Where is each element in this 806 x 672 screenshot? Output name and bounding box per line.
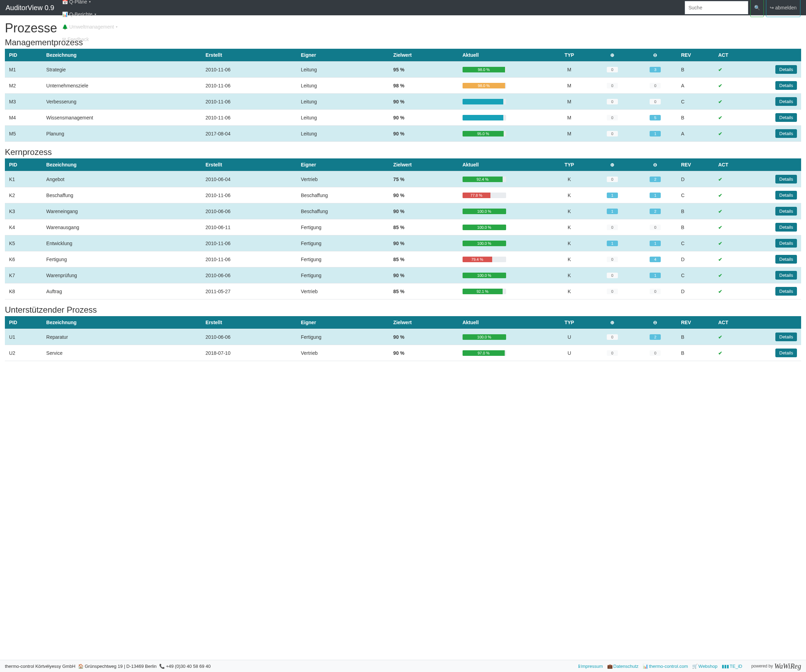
cell-eigner: Leitung [297, 110, 389, 126]
brand[interactable]: AuditorView 0.9 [6, 4, 55, 12]
cell-act: ✔ [714, 203, 751, 219]
cell-erstellt: 2010-11-06 [202, 94, 297, 110]
cell-minus: 0 [634, 283, 677, 300]
cell-pid: M3 [5, 94, 42, 110]
cell-typ: K [548, 219, 591, 236]
details-button[interactable]: Details [775, 191, 797, 199]
details-button[interactable]: Details [775, 255, 797, 264]
progress-bar: 95.0 % [462, 131, 506, 137]
chevron-down-icon: ▼ [89, 0, 91, 3]
progress-bar [462, 99, 506, 104]
details-button[interactable]: Details [775, 287, 797, 296]
table-row: K2Beschaffung2010-11-06Beschaffung90 %77… [5, 187, 801, 203]
cell-act: ✔ [714, 187, 751, 203]
cell-rev: C [677, 236, 714, 251]
cell-minus: 2 [634, 329, 677, 345]
check-icon: ✔ [718, 273, 722, 278]
details-button[interactable]: Details [775, 81, 797, 90]
cell-rev: A [677, 126, 714, 142]
cell-plus: 0 [591, 345, 634, 361]
cell-zielwert: 98 % [389, 77, 458, 94]
cell-pid: K2 [5, 187, 42, 203]
cell-typ: U [548, 329, 591, 345]
cell-typ: K [548, 171, 591, 187]
cell-minus: 3 [634, 62, 677, 77]
logout-button[interactable]: ↪abmelden [766, 0, 801, 17]
progress-bar: 77.8 % [462, 193, 506, 198]
details-button[interactable]: Details [775, 175, 797, 183]
search-icon: 🔍 [754, 5, 760, 10]
progress-bar: 98.0 % [462, 83, 506, 89]
nav-umweltmanagement[interactable]: 🌲Umweltmanagement▼ [58, 21, 122, 33]
table-row: U1Reparatur2010-06-06Fertigung90 %100.0 … [5, 329, 801, 345]
table-row: K3Wareneingang2010-06-06Beschaffung90 %1… [5, 203, 801, 219]
table-1: PIDBezeichnungErstelltEignerZielwertAktu… [5, 158, 801, 300]
cell-typ: K [548, 251, 591, 267]
details-button[interactable]: Details [775, 333, 797, 341]
cell-aktuell: 98.0 % [458, 62, 548, 77]
cell-erstellt: 2018-07-10 [202, 345, 297, 361]
progress-fill: 100.0 % [462, 209, 506, 214]
cell-minus: 0 [634, 77, 677, 94]
cell-act: ✔ [714, 77, 751, 94]
check-icon: ✔ [718, 83, 722, 89]
cell-plus: 0 [591, 251, 634, 267]
details-button[interactable]: Details [775, 271, 797, 280]
cell-bez: Service [42, 345, 202, 361]
table-header: PIDBezeichnungErstelltEignerZielwertAktu… [5, 158, 801, 171]
cell-bez: Fertigung [42, 251, 202, 267]
search-button[interactable]: 🔍 [750, 0, 764, 17]
cell-pid: K1 [5, 171, 42, 187]
cell-zielwert: 90 % [389, 267, 458, 283]
cell-zielwert: 85 % [389, 251, 458, 267]
search-input[interactable] [685, 1, 748, 14]
cell-bez: Planung [42, 126, 202, 142]
cell-pid: K4 [5, 219, 42, 236]
cell-zielwert: 85 % [389, 283, 458, 300]
progress-fill: 95.0 % [462, 131, 504, 137]
details-button[interactable]: Details [775, 97, 797, 106]
cell-plus: 0 [591, 329, 634, 345]
page-title: Prozesse [5, 21, 801, 36]
cell-aktuell [458, 110, 548, 126]
cell-rev: B [677, 345, 714, 361]
details-button[interactable]: Details [775, 65, 797, 74]
details-button[interactable]: Details [775, 239, 797, 247]
details-button[interactable]: Details [775, 113, 797, 122]
cell-minus: 1 [634, 187, 677, 203]
cell-aktuell: 100.0 % [458, 203, 548, 219]
details-button[interactable]: Details [775, 129, 797, 138]
cell-minus: 0 [634, 94, 677, 110]
q-berichte-icon: 📊 [62, 12, 68, 17]
cell-plus: 0 [591, 77, 634, 94]
cell-rev: D [677, 171, 714, 187]
table-row: K1Angebot2010-06-04Vertrieb75 %92.4 %K02… [5, 171, 801, 187]
cell-eigner: Beschaffung [297, 187, 389, 203]
progress-bar: 79.4 % [462, 257, 506, 262]
nav-q-berichte[interactable]: 📊Q-Berichte▼ [58, 8, 122, 21]
progress-fill: 100.0 % [462, 240, 506, 246]
progress-bar: 98.0 % [462, 67, 506, 72]
cell-plus: 1 [591, 187, 634, 203]
details-button[interactable]: Details [775, 207, 797, 216]
cell-typ: K [548, 267, 591, 283]
progress-bar: 100.0 % [462, 240, 506, 246]
cell-rev: B [677, 203, 714, 219]
table-header: PIDBezeichnungErstelltEignerZielwertAktu… [5, 49, 801, 62]
nav-q-pläne[interactable]: 📅Q-Pläne▼ [58, 0, 122, 8]
details-button[interactable]: Details [775, 223, 797, 232]
cell-typ: K [548, 203, 591, 219]
table-row: M1Strategie2010-11-06Leitung95 %98.0 %M0… [5, 62, 801, 77]
cell-bez: Unternehmensziele [42, 77, 202, 94]
check-icon: ✔ [718, 99, 722, 104]
cell-erstellt: 2010-11-06 [202, 187, 297, 203]
cell-plus: 1 [591, 203, 634, 219]
cell-minus: 1 [634, 236, 677, 251]
cell-bez: Auftrag [42, 283, 202, 300]
progress-bar [462, 115, 506, 120]
progress-bar: 100.0 % [462, 273, 506, 278]
cell-bez: Entwicklung [42, 236, 202, 251]
cell-bez: Warenausgang [42, 219, 202, 236]
details-button[interactable]: Details [775, 349, 797, 357]
cell-rev: D [677, 251, 714, 267]
